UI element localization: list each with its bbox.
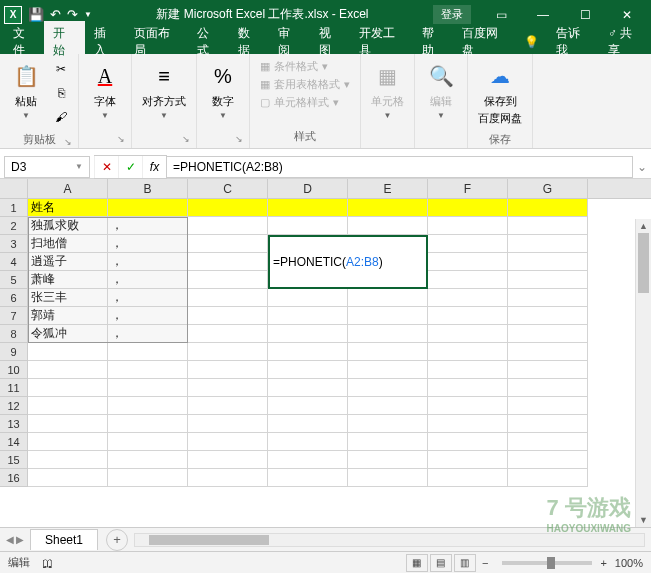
cell[interactable] [268, 325, 348, 343]
dialog-launcher-icon[interactable]: ↘ [64, 137, 72, 147]
cell[interactable] [28, 451, 108, 469]
cell[interactable] [108, 451, 188, 469]
cell[interactable] [428, 325, 508, 343]
cell[interactable] [188, 271, 268, 289]
page-layout-view-button[interactable]: ▤ [430, 554, 452, 572]
cell[interactable] [508, 289, 588, 307]
dialog-launcher-icon[interactable]: ↘ [235, 134, 243, 144]
row-header[interactable]: 5 [0, 271, 28, 289]
cell[interactable] [188, 253, 268, 271]
cell[interactable] [188, 469, 268, 487]
add-sheet-button[interactable]: + [106, 529, 128, 551]
cell[interactable] [108, 397, 188, 415]
cell[interactable] [428, 253, 508, 271]
cell[interactable] [188, 415, 268, 433]
cell[interactable] [28, 379, 108, 397]
accept-formula-button[interactable]: ✓ [118, 156, 142, 178]
cell[interactable]: ， [108, 307, 188, 325]
scroll-down-icon[interactable]: ▼ [636, 513, 651, 527]
cell[interactable] [508, 469, 588, 487]
cell[interactable] [268, 469, 348, 487]
cell[interactable] [348, 433, 428, 451]
row-header[interactable]: 3 [0, 235, 28, 253]
scroll-thumb[interactable] [149, 535, 269, 545]
col-header-E[interactable]: E [348, 179, 428, 198]
cell[interactable] [428, 217, 508, 235]
cell[interactable] [188, 451, 268, 469]
cell[interactable] [108, 379, 188, 397]
col-header-B[interactable]: B [108, 179, 188, 198]
sheet-nav-next-icon[interactable]: ▶ [16, 534, 24, 545]
cell[interactable] [268, 289, 348, 307]
col-header-G[interactable]: G [508, 179, 588, 198]
cell[interactable] [188, 235, 268, 253]
row-header[interactable]: 10 [0, 361, 28, 379]
format-painter-button[interactable]: 🖌 [50, 106, 72, 128]
cell-editor[interactable]: =PHONETIC(A2:B8) [268, 235, 428, 289]
cell[interactable] [508, 415, 588, 433]
dialog-launcher-icon[interactable]: ↘ [117, 134, 125, 144]
cell[interactable] [28, 415, 108, 433]
cell[interactable] [348, 379, 428, 397]
cell[interactable] [188, 361, 268, 379]
col-header-A[interactable]: A [28, 179, 108, 198]
share-button[interactable]: ♂ 共享 [599, 21, 651, 63]
cell[interactable] [28, 433, 108, 451]
name-box[interactable]: D3 ▼ [4, 156, 90, 178]
cell[interactable] [428, 379, 508, 397]
cell[interactable] [268, 217, 348, 235]
copy-button[interactable]: ⎘ [50, 82, 72, 104]
row-header[interactable]: 11 [0, 379, 28, 397]
cell[interactable] [348, 307, 428, 325]
col-header-F[interactable]: F [428, 179, 508, 198]
cell[interactable] [28, 469, 108, 487]
cell[interactable]: ， [108, 325, 188, 343]
cell[interactable] [428, 271, 508, 289]
row-header[interactable]: 9 [0, 343, 28, 361]
cell[interactable] [108, 469, 188, 487]
cell[interactable]: 逍遥子 [28, 253, 108, 271]
cell[interactable] [428, 289, 508, 307]
col-header-D[interactable]: D [268, 179, 348, 198]
cell[interactable] [188, 307, 268, 325]
font-button[interactable]: A 字体 ▼ [85, 58, 125, 122]
cell[interactable] [188, 379, 268, 397]
cell[interactable] [188, 325, 268, 343]
cell[interactable] [268, 433, 348, 451]
vertical-scrollbar[interactable]: ▲ ▼ [635, 219, 651, 527]
row-header[interactable]: 13 [0, 415, 28, 433]
cell[interactable] [108, 415, 188, 433]
row-header[interactable]: 6 [0, 289, 28, 307]
cell[interactable] [508, 379, 588, 397]
horizontal-scrollbar[interactable] [134, 533, 645, 547]
cell[interactable] [508, 217, 588, 235]
cell[interactable] [348, 325, 428, 343]
cell[interactable] [108, 343, 188, 361]
cell[interactable] [428, 235, 508, 253]
cell[interactable]: 扫地僧 [28, 235, 108, 253]
cell[interactable] [348, 469, 428, 487]
row-header[interactable]: 4 [0, 253, 28, 271]
cell[interactable] [508, 361, 588, 379]
select-all-corner[interactable] [0, 179, 28, 198]
row-header[interactable]: 15 [0, 451, 28, 469]
align-button[interactable]: ≡ 对齐方式 ▼ [138, 58, 190, 122]
chevron-down-icon[interactable]: ▼ [75, 162, 83, 171]
cell[interactable]: 郭靖 [28, 307, 108, 325]
cell[interactable]: ， [108, 271, 188, 289]
cell[interactable] [428, 343, 508, 361]
cancel-formula-button[interactable]: ✕ [94, 156, 118, 178]
cell[interactable] [348, 397, 428, 415]
cell[interactable] [428, 469, 508, 487]
dialog-launcher-icon[interactable]: ↘ [182, 134, 190, 144]
cell[interactable] [268, 379, 348, 397]
save-baidu-button[interactable]: ☁ 保存到 百度网盘 [474, 58, 526, 128]
cell[interactable] [428, 433, 508, 451]
qat-dropdown-icon[interactable]: ▼ [84, 10, 92, 19]
cell[interactable] [108, 361, 188, 379]
lightbulb-icon[interactable]: 💡 [516, 31, 547, 53]
col-header-C[interactable]: C [188, 179, 268, 198]
cell[interactable] [348, 361, 428, 379]
cell[interactable] [268, 397, 348, 415]
cell[interactable] [28, 397, 108, 415]
